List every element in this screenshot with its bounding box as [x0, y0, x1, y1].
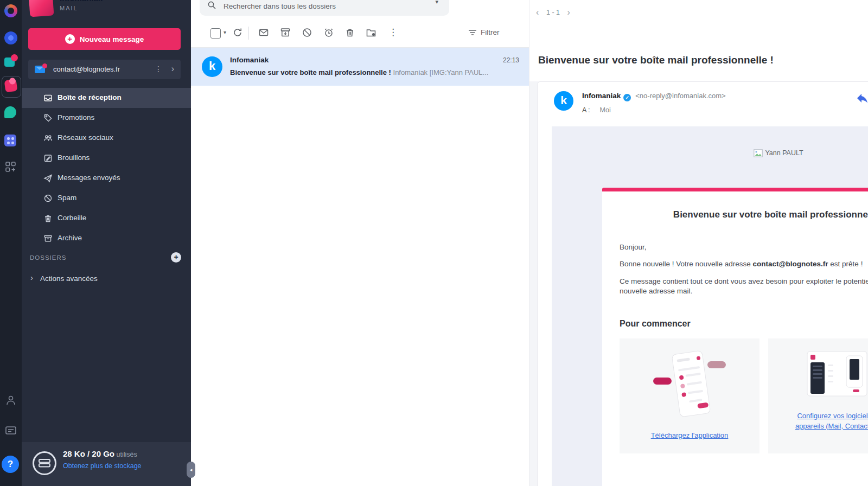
message-card: k Infomaniak✓<no-reply@infomaniak.com> A… [537, 81, 868, 486]
to-value: Moi [600, 106, 611, 114]
snooze-alarm-icon[interactable] [323, 27, 334, 38]
sidebar-item-archive[interactable]: Archive [22, 228, 191, 248]
select-all-checkbox[interactable] [210, 28, 221, 39]
add-folder-button[interactable]: + [171, 252, 181, 263]
devices-illustration [768, 346, 868, 416]
kdrive-app-icon[interactable] [4, 31, 17, 44]
verified-badge-icon: ✓ [623, 94, 631, 101]
mail-notification-app-icon[interactable] [4, 55, 17, 68]
spam-icon[interactable] [302, 27, 312, 38]
folder-label: Brouillons [58, 154, 90, 162]
chevron-right-icon: › [30, 273, 33, 282]
toolbar-divider [248, 27, 249, 40]
account-email: contact@blognotes.fr [53, 65, 120, 73]
next-page-icon[interactable]: › [567, 8, 570, 17]
mail-preview: Infomaniak [IMG:Yann PAUL... [391, 68, 488, 76]
email-section-title: Pour commencer [620, 319, 691, 329]
filter-icon[interactable] [468, 28, 477, 37]
sidebar-item-drafts[interactable]: Brouillons [22, 148, 191, 168]
storage-drive-icon [33, 451, 56, 475]
support-contact-icon[interactable] [4, 394, 17, 407]
advanced-actions-label: Actions avancées [40, 274, 98, 283]
broken-image-icon [754, 149, 763, 157]
download-app-link[interactable]: Téléchargez l'application [620, 431, 760, 439]
refresh-icon[interactable] [232, 27, 243, 38]
sidebar-item-sent[interactable]: Messages envoyés [22, 168, 191, 188]
email-content-card: Bienvenue sur votre boîte mail professio… [602, 188, 868, 486]
broken-image-placeholder: Yann PAULT [602, 149, 868, 157]
kchat-app-icon[interactable] [4, 106, 16, 118]
help-bubble-icon[interactable]: ? [2, 456, 19, 473]
sidebar-item-promotions[interactable]: Promotions [22, 108, 191, 128]
sidebar-item-inbox[interactable]: Boîte de réception [22, 88, 191, 108]
from-email: <no-reply@infomaniak.com> [635, 92, 725, 100]
to-row: A :Moi [582, 105, 611, 114]
search-input[interactable] [222, 0, 404, 13]
message-title: Bienvenue sur votre boîte mail professio… [538, 54, 774, 66]
infomaniak-logo [29, 0, 54, 17]
mail-subject: Bienvenue sur votre boîte mail professio… [230, 68, 391, 76]
delete-icon[interactable] [344, 27, 355, 38]
broken-image-label: Yann PAULT [765, 149, 803, 157]
spam-block-icon [43, 194, 53, 203]
mail-active-app-icon[interactable] [4, 79, 18, 93]
people-icon [43, 133, 53, 143]
filter-button[interactable]: Filtrer [481, 28, 500, 36]
email-paragraph-1: Bonne nouvelle ! Votre nouvelle adresse … [620, 260, 863, 268]
more-actions-icon[interactable]: ⋮ [388, 27, 398, 38]
reply-icon[interactable] [856, 92, 868, 105]
account-more-icon[interactable]: ⋮ [155, 65, 162, 73]
mail-list-item-selected[interactable]: k Infomaniak 22:13 Bienvenue sur votre b… [191, 48, 529, 86]
product-label: MAIL [60, 5, 78, 11]
storage-usage-suffix: utilisés [114, 451, 137, 458]
pagination: ‹ 1 - 1 › [536, 8, 570, 17]
folder-label: Corbeille [58, 214, 86, 222]
sidebar-collapse-handle[interactable]: ◂ [187, 462, 195, 478]
previous-page-icon[interactable]: ‹ [536, 8, 539, 17]
mail-sidebar: Infomaniak MAIL + Nouveau message contac… [22, 0, 191, 486]
sidebar-item-social[interactable]: Réseaux sociaux [22, 128, 191, 148]
home-app-icon[interactable] [4, 4, 17, 17]
infomaniak-wordmark: Infomaniak [60, 0, 103, 3]
storage-usage: 28 Ko / 20 Go utilisés [63, 449, 137, 458]
new-message-button[interactable]: + Nouveau message [28, 28, 181, 50]
paper-plane-icon [43, 174, 53, 183]
mail-time: 22:13 [503, 56, 519, 64]
storage-panel: 28 Ko / 20 Go utilisés Obtenez plus de s… [22, 442, 191, 486]
configure-devices-card: Configurez vos logiciels et appareils (M… [768, 338, 868, 453]
sidebar-item-trash[interactable]: Corbeille [22, 208, 191, 228]
folders-section: DOSSIERS + [22, 248, 191, 268]
search-bar[interactable]: ▾ [200, 0, 449, 16]
account-selector[interactable]: contact@blognotes.fr ⋮ › [28, 60, 181, 79]
mark-read-icon[interactable] [258, 27, 269, 38]
mail-subject-line: Bienvenue sur votre boîte mail professio… [230, 68, 518, 76]
configure-devices-link[interactable]: Configurez vos logiciels et appareils (M… [768, 411, 868, 432]
plus-icon: + [65, 34, 75, 44]
account-chevron-icon[interactable]: › [171, 64, 174, 74]
message-thread-area: k Infomaniak✓<no-reply@infomaniak.com> A… [529, 81, 868, 486]
workspace-app-icon[interactable] [4, 135, 16, 146]
email-greeting: Bonjour, [620, 243, 647, 251]
infomaniak-mail-app: ? Infomaniak MAIL + Nouveau message cont… [0, 0, 868, 486]
message-list-pane: ▾ ▾ [191, 0, 529, 486]
sidebar-item-spam[interactable]: Spam [22, 188, 191, 208]
select-caret-icon[interactable]: ▾ [224, 29, 226, 35]
all-apps-icon[interactable] [4, 161, 17, 174]
from-name: Infomaniak [582, 92, 621, 100]
folder-label: Boîte de réception [58, 93, 122, 101]
pagination-label: 1 - 1 [546, 9, 560, 16]
feedback-icon[interactable] [4, 424, 17, 437]
email-paragraph-2: Ce message contient tout ce dont vous av… [620, 277, 868, 296]
to-label: A : [582, 106, 590, 114]
mail-sender: Infomaniak [230, 56, 269, 64]
tag-icon [43, 113, 53, 123]
advanced-actions-toggle[interactable]: › Actions avancées [22, 269, 191, 289]
move-to-folder-icon[interactable] [366, 27, 376, 38]
folder-label: Messages envoyés [58, 174, 120, 182]
search-scope-caret-icon[interactable]: ▾ [435, 0, 438, 5]
archive-icon[interactable] [280, 27, 291, 38]
new-message-label: Nouveau message [80, 35, 144, 43]
get-more-storage-link[interactable]: Obtenez plus de stockage [63, 462, 142, 470]
folder-label: Spam [58, 194, 76, 202]
from-row: Infomaniak✓<no-reply@infomaniak.com> [582, 91, 726, 101]
